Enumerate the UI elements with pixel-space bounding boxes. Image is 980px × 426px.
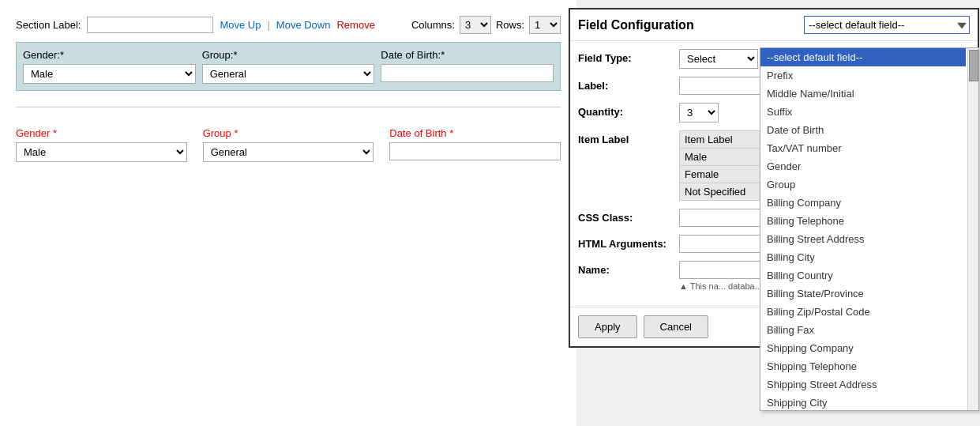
- dropdown-item[interactable]: Gender: [760, 157, 966, 175]
- dropdown-item[interactable]: Shipping Telephone: [760, 357, 966, 375]
- section-label-input[interactable]: [87, 17, 213, 33]
- name-label: Name:: [578, 261, 673, 276]
- separator: |: [267, 19, 269, 31]
- dropdown-item[interactable]: Billing Street Address: [760, 230, 966, 248]
- gender-field-label: Gender:*: [23, 49, 196, 61]
- dropdown-item[interactable]: Tax/VAT number: [760, 139, 966, 157]
- quantity-label: Quantity:: [578, 103, 673, 118]
- preview-field-row: Gender * Male Female Not Specified Group…: [16, 127, 561, 162]
- preview-group-field: Group * General Wholesale: [203, 127, 374, 162]
- remove-link[interactable]: Remove: [336, 19, 374, 31]
- dropdown-item[interactable]: Billing City: [760, 248, 966, 266]
- dropdown-item[interactable]: Date of Birth: [760, 121, 966, 139]
- dropdown-item[interactable]: Billing Zip/Postal Code: [760, 303, 966, 321]
- dropdown-item[interactable]: Prefix: [760, 66, 966, 85]
- dropdown-list: --select default field--PrefixMiddle Nam…: [760, 48, 978, 411]
- dropdown-scrollbar[interactable]: [967, 48, 978, 411]
- html-args-label: HTML Arguments:: [578, 235, 673, 250]
- columns-rows-row: Columns: 1 2 3 4 Rows: 1 2 3: [411, 16, 561, 34]
- field-cell-group: Group:* General Wholesale: [202, 49, 375, 84]
- dropdown-item[interactable]: Shipping City: [760, 394, 966, 411]
- label-label: Label:: [578, 77, 673, 92]
- dropdown-item[interactable]: Shipping Street Address: [760, 375, 966, 394]
- preview-dob-input[interactable]: 07/18/1991: [389, 142, 561, 160]
- dropdown-item[interactable]: Billing Fax: [760, 321, 966, 339]
- modal-header: Field Configuration --select default fie…: [570, 9, 978, 41]
- field-grid: Gender:* Male Female Not Specified Group…: [16, 42, 561, 91]
- preview-gender-field: Gender * Male Female Not Specified: [16, 127, 187, 162]
- preview-gender-label: Gender *: [16, 127, 187, 139]
- section-label-row: Section Label: Move Up | Move Down Remov…: [16, 16, 561, 34]
- modal-title: Field Configuration: [578, 18, 694, 32]
- rows-select[interactable]: 1 2 3: [529, 16, 561, 34]
- group-field-label: Group:*: [202, 49, 375, 61]
- columns-select[interactable]: 1 2 3 4: [460, 16, 491, 34]
- dropdown-item[interactable]: Shipping Company: [760, 339, 966, 357]
- preview-group-label: Group *: [203, 127, 374, 139]
- dropdown-item[interactable]: Middle Name/Initial: [760, 85, 966, 103]
- dropdown-item[interactable]: Billing Telephone: [760, 212, 966, 230]
- rows-label: Rows:: [496, 19, 524, 31]
- columns-label: Columns:: [411, 19, 455, 31]
- group-field-select[interactable]: General Wholesale: [202, 64, 375, 84]
- dropdown-item[interactable]: Billing State/Province: [760, 285, 966, 303]
- dropdown-item[interactable]: Suffix: [760, 103, 966, 121]
- default-field-select[interactable]: --select default field--: [804, 16, 970, 34]
- dropdown-item[interactable]: Billing Country: [760, 266, 966, 285]
- gender-field-select[interactable]: Male Female Not Specified: [23, 64, 196, 84]
- dob-field-label: Date of Birth:*: [381, 49, 554, 61]
- gender-required-star: *: [53, 127, 57, 139]
- dropdown-item[interactable]: Group: [760, 175, 966, 194]
- preview-group-select[interactable]: General Wholesale: [203, 142, 374, 162]
- divider: [16, 107, 561, 107]
- item-label-header: Item Label: [578, 130, 673, 145]
- move-up-link[interactable]: Move Up: [220, 19, 261, 31]
- scrollbar-thumb[interactable]: [969, 50, 978, 81]
- section-label-text: Section Label:: [16, 19, 81, 31]
- dropdown-item[interactable]: --select default field--: [760, 48, 966, 66]
- dob-required-star: *: [449, 127, 453, 139]
- preview-section: Gender * Male Female Not Specified Group…: [16, 119, 561, 178]
- preview-dob-label: Date of Birth *: [389, 127, 561, 139]
- field-cell-dob: Date of Birth:*: [381, 49, 554, 84]
- field-type-select[interactable]: Select Text Checkbox: [679, 49, 758, 69]
- apply-button[interactable]: Apply: [578, 315, 637, 338]
- preview-dob-field: Date of Birth * 07/18/1991: [389, 127, 561, 162]
- group-required-star: *: [234, 127, 238, 139]
- dob-field-input[interactable]: [381, 64, 554, 82]
- cancel-button[interactable]: Cancel: [644, 315, 708, 338]
- field-config-modal: Field Configuration --select default fie…: [569, 8, 979, 348]
- dropdown-item[interactable]: Billing Company: [760, 194, 966, 212]
- dropdown-overlay: --select default field--PrefixMiddle Nam…: [760, 47, 979, 411]
- field-cell-gender: Gender:* Male Female Not Specified: [23, 49, 196, 84]
- css-class-label: CSS Class:: [578, 209, 673, 224]
- move-down-link[interactable]: Move Down: [276, 19, 331, 31]
- main-area: Section Label: Move Up | Move Down Remov…: [0, 0, 576, 426]
- default-field-wrapper: --select default field--: [804, 16, 970, 34]
- quantity-select[interactable]: 1 2 3 4 5: [679, 103, 719, 123]
- field-type-label: Field Type:: [578, 49, 673, 64]
- preview-gender-select[interactable]: Male Female Not Specified: [16, 142, 187, 162]
